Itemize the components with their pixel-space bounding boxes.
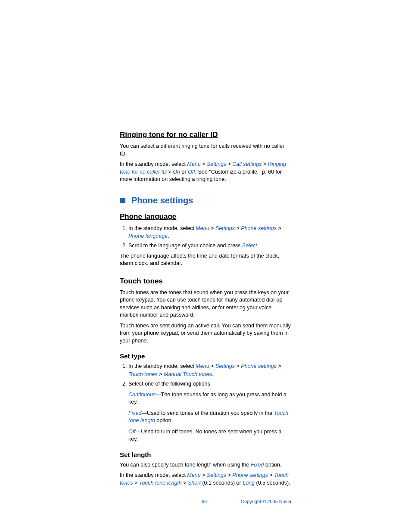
separator: > bbox=[226, 472, 232, 478]
page-footer: 68 Copyright © 2005 Nokia bbox=[120, 499, 291, 504]
ordered-list: In the standby mode, select Menu > Setti… bbox=[120, 362, 291, 387]
menu-path-item: Phone settings bbox=[232, 472, 268, 478]
menu-path-item: Touch tones bbox=[128, 371, 158, 377]
option-key: Off bbox=[128, 429, 136, 435]
text: or bbox=[180, 169, 188, 175]
menu-path-item: Menu bbox=[196, 363, 209, 369]
menu-path-item: Select bbox=[242, 243, 257, 249]
text: In the standby mode, select bbox=[128, 363, 196, 369]
separator: > bbox=[158, 371, 164, 377]
separator: > bbox=[226, 161, 232, 167]
heading-set-length: Set length bbox=[120, 451, 291, 458]
heading-phone-settings: Phone settings bbox=[120, 196, 291, 205]
separator: > bbox=[201, 161, 207, 167]
menu-path-item: Phone settings bbox=[241, 225, 277, 231]
heading-touch-tones: Touch tones bbox=[120, 277, 291, 286]
ordered-list: In the standby mode, select Menu > Setti… bbox=[120, 224, 291, 249]
separator: > bbox=[277, 225, 281, 231]
heading-ringing-tone: Ringing tone for no caller ID bbox=[120, 131, 291, 139]
text: In the standby mode, select bbox=[120, 161, 187, 167]
menu-path-item: Phone settings bbox=[241, 363, 277, 369]
paragraph: In the standby mode, select Menu > Setti… bbox=[120, 161, 291, 184]
option-key: Fixed bbox=[128, 410, 142, 416]
text: option. bbox=[155, 417, 173, 423]
separator: > bbox=[262, 161, 268, 167]
text: In the standby mode, select bbox=[120, 472, 187, 478]
menu-path-item: Settings bbox=[207, 161, 226, 167]
menu-path-item: Off bbox=[188, 169, 195, 175]
menu-path-item: Short bbox=[188, 480, 201, 486]
text: —Used to send tones of the duration you … bbox=[142, 410, 274, 416]
heading-phone-language: Phone language bbox=[120, 212, 291, 221]
list-item: Scroll to the language of your choice an… bbox=[128, 242, 291, 249]
separator: > bbox=[209, 225, 215, 231]
separator: > bbox=[268, 472, 274, 478]
separator: > bbox=[133, 480, 139, 486]
option-description: Off—Used to turn off tones. No tones are… bbox=[128, 428, 291, 443]
menu-path-item: Menu bbox=[187, 161, 200, 167]
text: Scroll to the language of your choice an… bbox=[128, 243, 242, 249]
text: In the standby mode, select bbox=[128, 225, 196, 231]
separator: > bbox=[235, 363, 241, 369]
heading-set-type: Set type bbox=[120, 352, 291, 360]
text: —Used to turn off tones. No tones are se… bbox=[128, 429, 282, 442]
separator: > bbox=[235, 225, 241, 231]
menu-path-item: Fixed bbox=[251, 462, 264, 468]
option-description: Continuous—The tone sounds for as long a… bbox=[128, 391, 291, 406]
menu-path-item: Long bbox=[243, 480, 255, 486]
menu-path-item: Settings bbox=[215, 225, 235, 231]
copyright: Copyright © 2005 Nokia bbox=[241, 499, 291, 504]
paragraph: Touch tones are the tones that sound whe… bbox=[120, 289, 291, 319]
menu-path-item: Settings bbox=[207, 472, 226, 478]
menu-path-item: On bbox=[173, 169, 180, 175]
separator: > bbox=[201, 472, 207, 478]
square-bullet-icon bbox=[120, 198, 125, 203]
separator: > bbox=[182, 480, 188, 486]
menu-path-item: Menu bbox=[196, 225, 209, 231]
text: option. bbox=[264, 462, 282, 468]
option-key: Continuous bbox=[128, 392, 156, 398]
paragraph: You can also specify touch tone length w… bbox=[120, 461, 291, 469]
section-title: Phone settings bbox=[131, 196, 193, 205]
menu-path-item: Call settings bbox=[232, 161, 262, 167]
menu-path-item: Touch tone length bbox=[139, 480, 182, 486]
text: (0.5 seconds). bbox=[255, 480, 290, 486]
menu-path-item: Settings bbox=[215, 363, 235, 369]
menu-path-item: Manual Touch tones bbox=[164, 371, 212, 377]
list-item: In the standby mode, select Menu > Setti… bbox=[128, 362, 291, 378]
text: You can also specify touch tone length w… bbox=[120, 462, 251, 468]
text: (0.1 seconds) or bbox=[201, 480, 243, 486]
paragraph: The phone language affects the time and … bbox=[120, 252, 291, 268]
list-item: In the standby mode, select Menu > Setti… bbox=[128, 224, 291, 240]
separator: > bbox=[167, 169, 173, 175]
paragraph: You can select a different ringing tone … bbox=[120, 143, 291, 158]
option-description: Fixed—Used to send tones of the duration… bbox=[128, 410, 291, 425]
menu-path-item: Menu bbox=[187, 472, 200, 478]
paragraph: Touch tones are sent during an active ca… bbox=[120, 322, 291, 345]
page-number: 68 bbox=[202, 499, 207, 504]
list-item: Select one of the following options: bbox=[128, 380, 291, 388]
separator: > bbox=[209, 363, 215, 369]
paragraph: In the standby mode, select Menu > Setti… bbox=[120, 472, 291, 487]
separator: > bbox=[277, 363, 281, 369]
manual-page: Ringing tone for no caller ID You can se… bbox=[0, 0, 411, 532]
menu-path-item: Phone language bbox=[128, 233, 168, 239]
